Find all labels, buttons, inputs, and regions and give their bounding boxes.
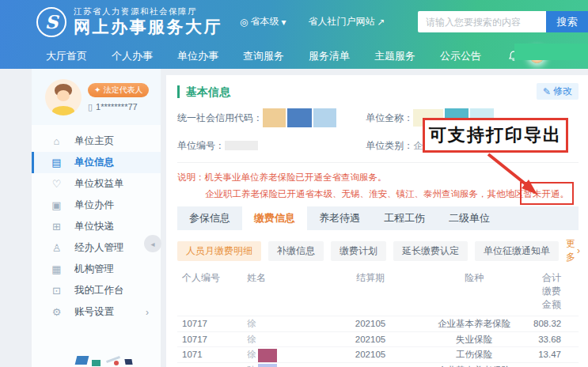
table-cell: 徐 (247, 347, 326, 362)
table-cell: 202105 (326, 332, 415, 347)
sidebar-item-label: 单位权益单 (74, 177, 124, 191)
nav-item[interactable]: 查询服务 (243, 49, 284, 63)
credit-code-label: 统一社会信用代码： (177, 112, 263, 125)
document-icon: ▤ (51, 157, 63, 168)
callout-arrow-icon (471, 153, 550, 202)
phone-icon: ▯ (88, 102, 93, 112)
nav-item[interactable]: 大厅首页 (46, 49, 87, 63)
table-cell: 徐 (247, 316, 326, 331)
more-label: 更多 (566, 237, 575, 264)
profile-avatar (45, 79, 82, 115)
payment-detail-table: 个人编号姓名结算期险种合计缴费金额 10717徐202105企业基本养老保险80… (177, 269, 579, 367)
table-cell: 企业基本养老保险 (415, 316, 533, 331)
tab-secondary-units[interactable]: 二级单位 (437, 206, 502, 230)
table-cell: 808.32 (533, 363, 579, 367)
tab-payment-info[interactable]: 缴费信息 (242, 206, 307, 230)
nav-item[interactable]: 主题服务 (374, 49, 415, 63)
sidebar-illustration (32, 339, 161, 367)
table-row: 1071陆202105企业基本养老保险808.32 (177, 362, 579, 367)
subtab-extended-payment-confirm[interactable]: 延长缴费认定 (393, 241, 468, 261)
search-input[interactable] (418, 11, 546, 32)
edit-button[interactable]: ✎修改 (537, 83, 579, 100)
more-link[interactable]: 更多› (566, 237, 580, 264)
pencil-icon: ✎ (543, 86, 551, 97)
table-cell: 202105 (326, 363, 415, 367)
sidebar-item-unit-info[interactable]: ▤单位信息 (32, 152, 161, 173)
table-cell: 1071 (177, 347, 247, 362)
table-cell: 33.68 (533, 332, 579, 347)
table-cell: 失业保险 (415, 332, 533, 347)
avatar-face (57, 90, 70, 101)
column-header: 个人编号 (177, 271, 247, 312)
table-cell: 13.47 (533, 347, 579, 362)
badge-icon: ✦ (94, 85, 101, 94)
nav-item[interactable]: 服务清单 (309, 49, 350, 63)
panel-header: 基本信息 ✎修改 (177, 83, 579, 100)
sidebar-item-label: 我的工作台 (74, 284, 124, 297)
subtab-supplementary-payment[interactable]: 补缴信息 (268, 241, 324, 261)
sidebar-item-unit-express[interactable]: ⊞单位快递 (32, 216, 161, 237)
table-header-row: 个人编号姓名结算期险种合计缴费金额 (177, 269, 579, 316)
sidebar-collapse-button[interactable]: ◂ (144, 235, 161, 252)
nav-item[interactable]: 单位办事 (177, 49, 218, 63)
subtab-monthly-payment-detail[interactable]: 人员月缴费明细 (177, 241, 261, 261)
unit-type-label: 单位类别： (366, 139, 413, 153)
sidebar-item-my-workbench[interactable]: ⊡我的工作台 (32, 280, 161, 301)
redaction-block (263, 108, 286, 127)
table-cell: 202105 (326, 316, 415, 331)
region-selector[interactable]: ◎省本级▾ (240, 15, 286, 28)
avatar-shirt (52, 106, 74, 115)
chevron-right-icon: › (577, 245, 580, 256)
person-icon: ♙ (51, 242, 63, 254)
sidebar-item-agent-management[interactable]: ♙经办人管理 (32, 237, 161, 259)
sidebar-item-unit-cases[interactable]: ▣单位办件 (32, 195, 161, 216)
search-button[interactable]: 搜索 (546, 11, 588, 32)
unit-no-label: 单位编号： (177, 139, 225, 153)
nav-items: 大厅首页个人办事单位办事查询服务服务清单主题服务公示公告 (46, 49, 506, 63)
tab-pension-benefits[interactable]: 养老待遇 (307, 206, 372, 230)
nav-item[interactable]: 公示公告 (440, 49, 481, 63)
phone-number: 1********77 (96, 102, 138, 112)
nav-green-decoration (514, 44, 588, 60)
truck-icon: ⊞ (51, 221, 63, 233)
table-cell: 10717 (177, 332, 247, 347)
building-icon: ▦ (51, 263, 63, 275)
portal-link[interactable]: 省人社门户网站↗ (309, 15, 385, 28)
column-header: 险种 (415, 271, 533, 312)
sidebar-item-label: 经办人管理 (74, 241, 124, 255)
table-cell: 工伤保险 (415, 347, 533, 362)
table-cell: 1071 (177, 363, 247, 367)
table-cell: 企业基本养老保险 (415, 363, 533, 367)
subtab-bar: 人员月缴费明细补缴信息缴费计划延长缴费认定单位征缴通知单 更多› (177, 237, 579, 264)
site-titles: 江苏省人力资源和社会保障厅 网上办事服务大厅 (74, 6, 222, 36)
table-cell: 808.32 (533, 316, 579, 331)
sidebar-item-unit-rights[interactable]: ♡单位权益单 (32, 173, 161, 195)
sidebar-item-unit-home[interactable]: ⌂单位主页 (32, 131, 161, 152)
hrss-logo-icon: S (36, 7, 66, 37)
search-bar: 搜索 (418, 11, 588, 32)
profile-phone: ▯1********77 (88, 102, 149, 112)
tab-insured-info[interactable]: 参保信息 (177, 206, 242, 230)
profile-card: ✦法定代表人 ▯1********77 (32, 69, 161, 125)
main-nav: 大厅首页个人办事单位办事查询服务服务清单主题服务公示公告 (0, 44, 588, 69)
column-header: 合计缴费金额 (533, 271, 579, 312)
redaction-block (287, 108, 312, 127)
header-upper: S 江苏省人力资源和社会保障厅 网上办事服务大厅 ◎省本级▾ 省人社门户网站↗ … (0, 0, 588, 44)
table-row: 1071徐202105工伤保险13.47 (177, 346, 579, 362)
sidebar-item-label: 机构管理 (74, 263, 114, 276)
location-pin-icon: ◎ (240, 17, 248, 28)
sidebar-item-account-settings[interactable]: ⚙账号设置› (32, 301, 161, 323)
redaction-block (225, 141, 258, 150)
subtab-levy-notice[interactable]: 单位征缴通知单 (475, 241, 559, 261)
home-icon: ⌂ (51, 135, 63, 147)
org-name: 江苏省人力资源和社会保障厅 (74, 6, 222, 17)
chevron-right-icon: › (146, 307, 149, 318)
redaction-block (258, 349, 277, 362)
subtab-payment-plan[interactable]: 缴费计划 (331, 241, 386, 261)
page: S 江苏省人力资源和社会保障厅 网上办事服务大厅 ◎省本级▾ 省人社门户网站↗ … (0, 0, 588, 367)
sidebar-item-org-management[interactable]: ▦机构管理 (32, 259, 161, 280)
table-cell: 陆 (247, 363, 326, 367)
tab-engineering-injury[interactable]: 工程工伤 (372, 206, 437, 230)
table-cell: 202105 (326, 347, 415, 362)
nav-item[interactable]: 个人办事 (112, 49, 153, 63)
